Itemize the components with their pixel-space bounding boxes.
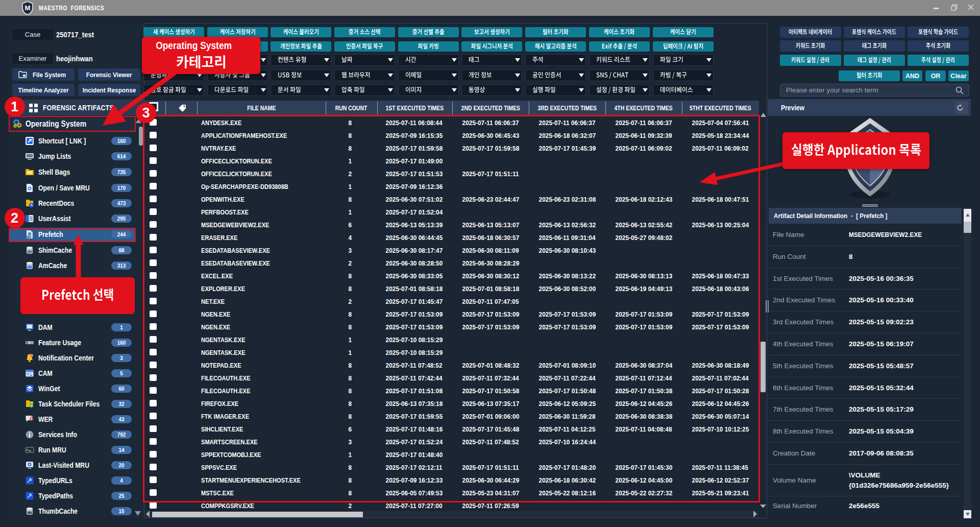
svg-text:M: M [25,4,31,12]
